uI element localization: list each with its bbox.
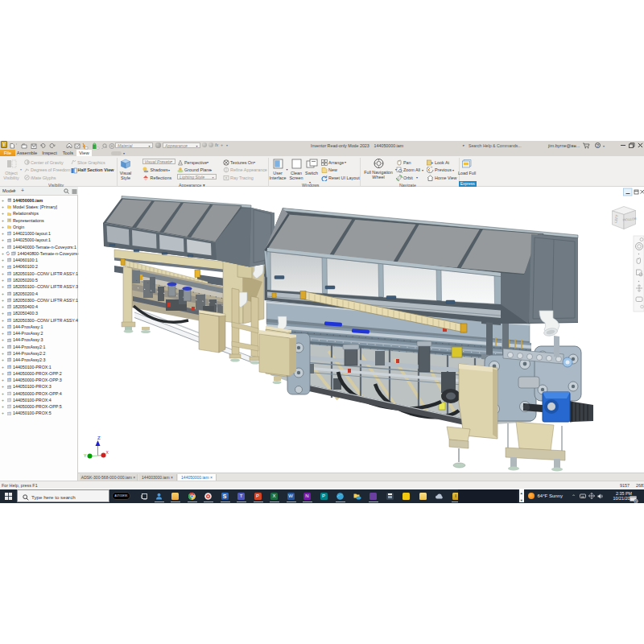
svg-text:X: X (106, 450, 109, 455)
svg-text:Y: Y (84, 453, 87, 458)
svg-text:Z: Z (97, 436, 101, 440)
svg-text:70: 70 (634, 499, 638, 502)
